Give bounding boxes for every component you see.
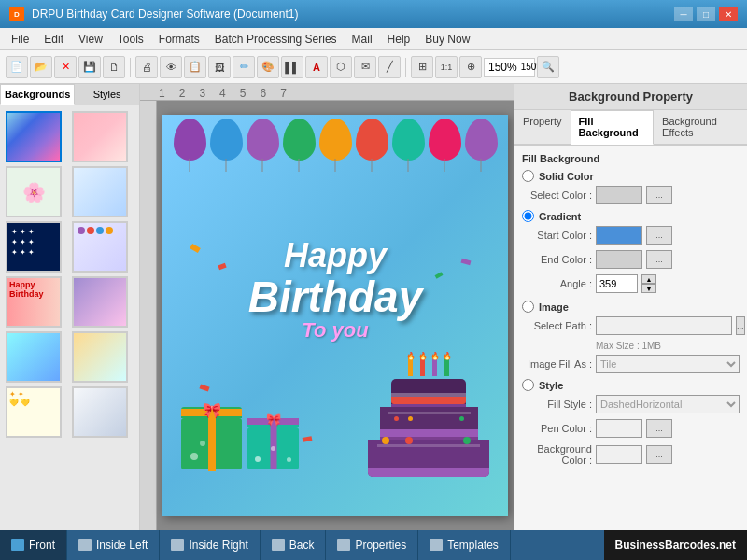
minimize-button[interactable]: ─: [674, 7, 693, 21]
tab-back[interactable]: Back: [261, 530, 327, 560]
angle-row: Angle : ▲ ▼: [522, 274, 740, 293]
thumb-6[interactable]: [72, 221, 128, 273]
style-row: Style: [522, 379, 740, 391]
menu-buynow[interactable]: Buy Now: [417, 31, 477, 48]
close-doc-button[interactable]: ✕: [54, 56, 77, 78]
tab-fill-background[interactable]: Fill Background: [571, 110, 655, 145]
save-button[interactable]: 💾: [78, 56, 101, 78]
end-color-browse[interactable]: ...: [646, 250, 672, 269]
bg-color-browse[interactable]: ...: [646, 445, 672, 464]
menu-batch[interactable]: Batch Processing Series: [207, 31, 345, 48]
gradient-radio[interactable]: [522, 210, 534, 222]
image-button[interactable]: 🖼: [208, 56, 231, 78]
solid-color-label[interactable]: Solid Color: [539, 171, 594, 182]
right-panel-title: Background Property: [514, 84, 747, 110]
start-color-swatch[interactable]: [596, 226, 642, 245]
toolbar: 📄 📂 ✕ 💾 🗋 🖨 👁 📋 🖼 ✏ 🎨 ▌▌ A ⬡ ✉ ╱ ⊞ 1:1 ⊕…: [0, 50, 747, 84]
bg-color-swatch[interactable]: [596, 445, 642, 464]
menu-view[interactable]: View: [71, 31, 110, 48]
grid-button[interactable]: ⊞: [411, 56, 433, 78]
thumb-12[interactable]: [72, 386, 128, 438]
front-tab-icon: [11, 539, 24, 551]
tab-front[interactable]: Front: [0, 530, 67, 560]
back-tab-icon: [272, 539, 285, 551]
thumb-2[interactable]: [72, 111, 128, 162]
close-button[interactable]: ✕: [719, 7, 738, 21]
tab-property[interactable]: Property: [514, 110, 571, 144]
start-color-browse[interactable]: ...: [646, 226, 672, 245]
menu-edit[interactable]: Edit: [36, 31, 71, 48]
max-size-note: Max Size : 1MB: [596, 341, 740, 351]
paint-button[interactable]: 🎨: [257, 56, 279, 78]
menu-mail[interactable]: Mail: [345, 31, 380, 48]
thumb-1[interactable]: [6, 111, 62, 162]
copy-button[interactable]: 📋: [184, 56, 206, 78]
thumb-9[interactable]: [6, 331, 62, 383]
pen-color-swatch[interactable]: [596, 419, 642, 438]
menu-help[interactable]: Help: [380, 31, 418, 48]
cake-area: 🔥 🔥 🔥 🔥: [368, 357, 489, 497]
menu-tools[interactable]: Tools: [110, 31, 151, 48]
text-button[interactable]: A: [305, 56, 328, 78]
email-button[interactable]: ✉: [354, 56, 376, 78]
thumb-3[interactable]: 🌸: [6, 166, 62, 217]
birthday-text-area: Happy Birthday To you: [162, 236, 508, 343]
angle-up-button[interactable]: ▲: [641, 274, 656, 284]
draw-button[interactable]: ✏: [233, 56, 255, 78]
style-label[interactable]: Style: [539, 380, 563, 391]
fill-style-select[interactable]: DashedHorizontalSolidVertical: [596, 395, 740, 413]
balloon-5: [319, 119, 352, 161]
thumb-8[interactable]: [72, 276, 128, 328]
angle-input[interactable]: [596, 274, 638, 293]
tab-properties[interactable]: Properties: [326, 530, 418, 560]
thumb-5[interactable]: ✦ ✦ ✦✦ ✦ ✦✦ ✦ ✦: [6, 221, 62, 273]
select-path-input[interactable]: [596, 316, 732, 335]
end-color-label: End Color :: [522, 254, 592, 265]
balloon-8: [429, 119, 461, 161]
print-button[interactable]: 🖨: [135, 56, 158, 78]
select-color-browse[interactable]: ...: [646, 186, 672, 204]
open-button[interactable]: 📂: [30, 56, 52, 78]
front-tab-label: Front: [29, 539, 55, 552]
thumb-10[interactable]: [72, 331, 128, 383]
zoom-in-button[interactable]: ⊕: [459, 56, 482, 78]
bg-color-row: Background Color : ...: [522, 443, 740, 466]
image-fill-select[interactable]: TileStretchCenter: [596, 355, 740, 373]
solid-color-radio[interactable]: [522, 170, 534, 182]
zoom-out-button[interactable]: 🔍: [537, 56, 559, 78]
select-color-swatch[interactable]: [596, 186, 642, 204]
style-radio[interactable]: [522, 379, 534, 391]
select-color-label: Select Color :: [522, 189, 592, 201]
balloon-3: [247, 119, 279, 161]
angle-down-button[interactable]: ▼: [641, 284, 656, 293]
right-panel-tabs: Property Fill Background Background Effe…: [514, 110, 747, 146]
image-label[interactable]: Image: [539, 301, 569, 313]
save-as-button[interactable]: 🗋: [103, 56, 125, 78]
tab-templates[interactable]: Templates: [418, 530, 511, 560]
backgrounds-tab[interactable]: Backgrounds: [0, 84, 75, 105]
gradient-label[interactable]: Gradient: [539, 211, 581, 222]
tab-inside-right[interactable]: Inside Right: [160, 530, 260, 560]
thumb-4[interactable]: [72, 166, 128, 217]
maximize-button[interactable]: □: [697, 7, 715, 21]
thumb-11[interactable]: ✦ ✦💛 💛: [6, 386, 62, 438]
balloon-2: [210, 119, 243, 161]
menu-formats[interactable]: Formats: [151, 31, 207, 48]
pen-color-browse[interactable]: ...: [646, 419, 672, 438]
line-button[interactable]: ╱: [378, 56, 401, 78]
preview-button[interactable]: 👁: [160, 56, 182, 78]
new-button[interactable]: 📄: [6, 56, 28, 78]
ratio-button[interactable]: 1:1: [435, 56, 458, 78]
menu-file[interactable]: File: [4, 31, 36, 48]
tab-background-effects[interactable]: Background Effects: [654, 110, 747, 144]
thumb-7[interactable]: Happy Birthday: [6, 276, 62, 328]
barcode-button[interactable]: ▌▌: [281, 56, 303, 78]
image-radio[interactable]: [522, 301, 534, 313]
end-color-swatch[interactable]: [596, 250, 642, 269]
pen-color-row: Pen Color : ...: [522, 419, 740, 438]
shape-button[interactable]: ⬡: [330, 56, 352, 78]
styles-tab[interactable]: Styles: [75, 84, 139, 105]
select-path-browse[interactable]: ...: [736, 316, 745, 335]
confetti-5: [199, 384, 209, 391]
tab-inside-left[interactable]: Inside Left: [67, 530, 160, 560]
